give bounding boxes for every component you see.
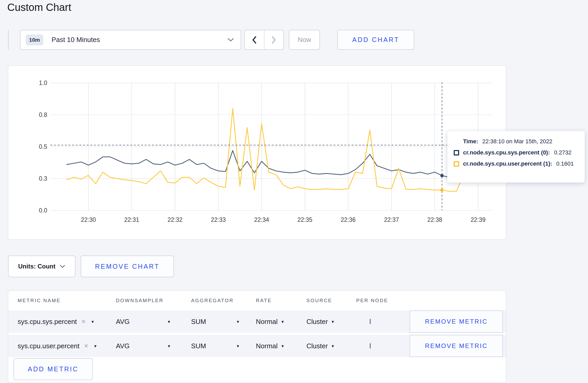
next-time-button[interactable] [264, 30, 284, 49]
time-window-badge: 10m [26, 34, 43, 45]
x-tick-label: 22:32 [167, 216, 183, 223]
chevron-down-icon [60, 265, 65, 268]
downsampler-dropdown[interactable]: AVG▼ [116, 342, 191, 350]
metric-rows: sys.cpu.sys.percent×▼AVG▼SUM▼Normal▼Clus… [8, 310, 506, 357]
metric-row-1: sys.cpu.user.percent×▼AVG▼SUM▼Normal▼Clu… [8, 335, 506, 357]
caret-down-icon: ▼ [167, 344, 171, 348]
page-title: Custom Chart [7, 2, 71, 13]
toolbar-divider [8, 30, 9, 50]
time-nav-group [244, 30, 284, 50]
now-button[interactable]: Now [289, 30, 320, 50]
chevron-down-icon [227, 38, 234, 42]
rate-dropdown[interactable]: Normal▼ [256, 318, 306, 326]
source-dropdown[interactable]: Cluster▼ [306, 318, 356, 326]
caret-down-icon: ▼ [167, 320, 171, 324]
downsampler-value: AVG [116, 342, 130, 350]
metric-name-dropdown[interactable]: sys.cpu.user.percent×▼ [18, 342, 116, 350]
source-value: Cluster [306, 342, 328, 350]
x-tick-label: 22:36 [341, 216, 356, 223]
per-node-checkbox[interactable] [370, 343, 371, 349]
x-tick-label: 22:34 [254, 216, 269, 223]
metric-row-0: sys.cpu.sys.percent×▼AVG▼SUM▼Normal▼Clus… [8, 310, 506, 333]
tooltip-series-label: cr.node.sys.cpu.sys.percent (0): [463, 149, 550, 156]
col-header-aggregator: AGGREGATOR [191, 298, 256, 303]
rate-dropdown[interactable]: Normal▼ [256, 342, 306, 350]
chart-svg[interactable]: 0.00.30.50.81.022:3022:3122:3222:3322:34… [8, 66, 506, 239]
y-tick-label: 0.0 [39, 207, 47, 214]
per-node-checkbox[interactable] [370, 319, 371, 324]
metrics-table-header: METRIC NAME DOWNSAMPLER AGGREGATOR RATE … [8, 291, 506, 310]
add-metric-button[interactable]: ADD METRIC [13, 358, 93, 380]
x-tick-label: 22:31 [124, 216, 139, 223]
chevron-right-icon [270, 35, 277, 45]
caret-down-icon: ▼ [93, 344, 97, 348]
time-window-dropdown[interactable]: 10m Past 10 Minutes [20, 30, 241, 50]
x-tick-label: 22:39 [471, 216, 486, 223]
rate-value: Normal [256, 318, 278, 326]
tooltip-series-row-0: cr.node.sys.cpu.sys.percent (0):0.2732 [454, 149, 578, 156]
units-dropdown[interactable]: Units: Count [8, 256, 75, 277]
tooltip-series-rows: cr.node.sys.cpu.sys.percent (0):0.2732cr… [454, 149, 578, 167]
aggregator-dropdown[interactable]: SUM▼ [191, 318, 256, 326]
caret-down-icon: ▼ [236, 320, 240, 324]
metric-name-value: sys.cpu.user.percent [18, 342, 79, 350]
caret-down-icon: ▼ [91, 320, 95, 324]
aggregator-value: SUM [191, 342, 206, 350]
series-line-cr.node.sys.cpu.user.percent [67, 108, 493, 191]
prev-time-button[interactable] [245, 30, 264, 49]
tooltip-time-row: Time: 22:38:10 on Mar 15th, 2022 [463, 138, 578, 145]
metric-name-value: sys.cpu.sys.percent [18, 318, 77, 326]
y-tick-label: 1.0 [39, 80, 47, 86]
col-header-rate: RATE [256, 298, 306, 303]
y-tick-label: 0.3 [39, 175, 47, 182]
remove-chart-button[interactable]: REMOVE CHART [81, 256, 174, 277]
aggregator-dropdown[interactable]: SUM▼ [191, 342, 256, 350]
x-tick-label: 22:37 [384, 216, 399, 223]
col-header-downsampler: DOWNSAMPLER [116, 298, 191, 303]
chart-card: 0.00.30.50.81.022:3022:3122:3222:3322:34… [8, 65, 506, 240]
x-tick-label: 22:38 [427, 216, 442, 223]
remove-metric-button[interactable]: REMOVE METRIC [410, 335, 503, 357]
x-tick-label: 22:35 [297, 216, 312, 223]
clear-icon[interactable]: × [84, 342, 88, 350]
tooltip-series-value: 0.2732 [554, 149, 571, 156]
tooltip-time-label: Time: [463, 138, 478, 145]
caret-down-icon: ▼ [331, 320, 335, 324]
series-line-cr.node.sys.cpu.sys.percent [67, 151, 493, 177]
units-label: Units: Count [18, 263, 55, 270]
y-tick-label: 0.5 [39, 143, 47, 150]
x-tick-label: 22:30 [81, 216, 96, 223]
caret-down-icon: ▼ [281, 344, 285, 348]
downsampler-dropdown[interactable]: AVG▼ [116, 318, 191, 326]
source-value: Cluster [306, 318, 328, 326]
aggregator-value: SUM [191, 318, 206, 326]
rate-value: Normal [256, 342, 278, 350]
col-header-metric-name: METRIC NAME [18, 298, 116, 303]
tooltip-series-label: cr.node.sys.cpu.user.percent (1): [463, 160, 552, 167]
crosshair-dot-1 [440, 188, 444, 192]
metric-name-dropdown[interactable]: sys.cpu.sys.percent×▼ [18, 318, 116, 326]
tooltip-series-row-1: cr.node.sys.cpu.user.percent (1):0.1601 [454, 160, 578, 167]
add-chart-button[interactable]: ADD CHART [337, 30, 414, 50]
col-header-source: SOURCE [306, 298, 356, 303]
crosshair-dot-0 [440, 174, 444, 177]
downsampler-value: AVG [116, 318, 130, 326]
chart-tooltip: Time: 22:38:10 on Mar 15th, 2022 cr.node… [447, 131, 585, 183]
remove-metric-button[interactable]: REMOVE METRIC [410, 310, 503, 333]
time-window-label: Past 10 Minutes [52, 36, 100, 44]
clear-icon[interactable]: × [81, 318, 86, 326]
metrics-table: METRIC NAME DOWNSAMPLER AGGREGATOR RATE … [8, 290, 506, 383]
x-tick-label: 22:33 [211, 216, 226, 223]
col-header-per-node: PER NODE [356, 298, 410, 303]
chevron-left-icon [251, 35, 258, 45]
caret-down-icon: ▼ [281, 320, 285, 324]
caret-down-icon: ▼ [236, 344, 240, 348]
custom-chart-page: Custom Chart 10m Past 10 Minutes Now ADD… [0, 0, 588, 383]
source-dropdown[interactable]: Cluster▼ [306, 342, 356, 350]
series-swatch-icon [454, 150, 459, 155]
tooltip-series-value: 0.1601 [556, 160, 574, 167]
tooltip-time-value: 22:38:10 on Mar 15th, 2022 [482, 138, 552, 145]
series-swatch-icon [454, 161, 459, 167]
caret-down-icon: ▼ [331, 344, 335, 348]
y-tick-label: 0.8 [39, 111, 47, 118]
